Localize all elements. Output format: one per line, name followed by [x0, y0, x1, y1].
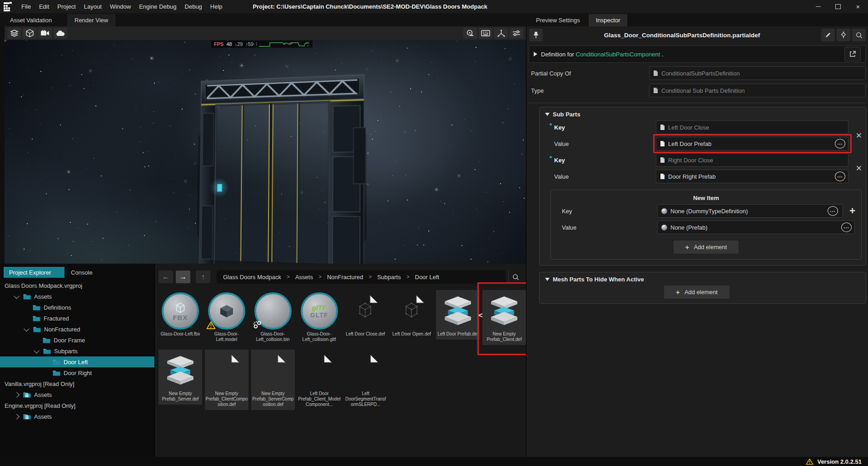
- open-external-button[interactable]: [844, 47, 861, 61]
- add-element-button[interactable]: + Add element: [664, 286, 729, 299]
- tab-inspector[interactable]: Inspector: [589, 14, 627, 26]
- asset-grid: FBXGlass-Door-Left.fbxGlass-Door-Left.mo…: [155, 290, 526, 410]
- tab-asset-validation[interactable]: Asset Validation: [3, 14, 59, 26]
- key2-field[interactable]: Right Door Close: [656, 153, 848, 167]
- locate-button[interactable]: [837, 29, 850, 41]
- forward-button[interactable]: →: [176, 271, 190, 283]
- asset-tile-glass-door-left-fbx[interactable]: FBXGlass-Door-Left.fbx: [159, 290, 202, 340]
- chevron-right-icon[interactable]: [14, 392, 20, 398]
- chevron-down-icon[interactable]: [14, 293, 20, 299]
- chevron-right-icon[interactable]: [14, 414, 20, 420]
- breadcrumb-item-door-left[interactable]: Door Left: [415, 274, 439, 281]
- asset-tile-label: Left DoorSegmentTransformSLERPD...: [344, 391, 387, 407]
- pin-button[interactable]: [529, 29, 543, 41]
- breadcrumb-item-assets[interactable]: Assets: [295, 274, 313, 281]
- add-element-button[interactable]: + Add element: [674, 241, 739, 254]
- tab-preview-settings[interactable]: Preview Settings: [529, 14, 587, 26]
- maximize-button[interactable]: [828, 0, 848, 13]
- search-button[interactable]: [508, 270, 522, 284]
- asset-tile-glass-door-left-collision-gltf[interactable]: glTFGLTFGlass-Door-Left_collision.gltf: [298, 290, 341, 345]
- tree-item-fractured[interactable]: Fractured: [0, 313, 154, 324]
- cloud-button[interactable]: [54, 28, 67, 39]
- chevron-down-icon[interactable]: [34, 347, 40, 353]
- partial-copy-of-field[interactable]: ConditionalSubPartsDefinition: [649, 66, 866, 80]
- asset-tile-new-empty-prefab-servercomposition-def[interactable]: New Empty Prefab_ServerComposition.def: [251, 350, 295, 410]
- asset-tile-new-empty-prefab-client-def[interactable]: New Empty Prefab_Client.def: [482, 290, 526, 345]
- tree-item-engine-vrgproj-read-only[interactable]: Engine.vrgproj [Read Only]: [0, 400, 154, 411]
- tape-measure-button[interactable]: [463, 28, 477, 39]
- remove-entry-button[interactable]: ✕: [856, 131, 862, 140]
- new-item-key-field[interactable]: None (DummyTypeDefinition) ··· +: [657, 204, 843, 218]
- browse-ellipsis-button[interactable]: ···: [828, 206, 838, 216]
- menu-item-file[interactable]: File: [17, 3, 35, 10]
- type-field[interactable]: Conditional Sub Parts Definition: [649, 84, 866, 97]
- browse-ellipsis-button[interactable]: ···: [835, 172, 845, 181]
- tab-render-view[interactable]: Render View: [67, 14, 115, 26]
- tree-item-door-right[interactable]: Door Right: [0, 367, 154, 378]
- tree-item-assets[interactable]: Assets: [0, 389, 154, 400]
- chevron-down-icon[interactable]: [24, 326, 30, 331]
- axis-gizmo-icon: [497, 30, 505, 37]
- document-icon: [660, 140, 665, 147]
- minimize-button[interactable]: [808, 0, 828, 13]
- asset-tile-left-door-prefab-def[interactable]: Left Door Prefab.def<: [436, 290, 480, 340]
- tab-console[interactable]: Console: [64, 269, 99, 276]
- breadcrumb-item-nonfractured[interactable]: NonFractured: [327, 274, 363, 281]
- asset-tile-left-door-close-def[interactable]: Left Door Close.def: [344, 290, 387, 340]
- tab-project-explorer[interactable]: Project Explorer: [4, 267, 64, 278]
- search-icon: [856, 32, 863, 39]
- asset-tile-new-empty-prefab-clientcomposition-def[interactable]: New Empty Prefab_ClientComposition.def: [205, 350, 248, 410]
- menu-item-debug[interactable]: Debug: [181, 3, 206, 10]
- cube-button[interactable]: [23, 28, 36, 39]
- render-viewport[interactable]: FPS 48 ↓29 ↑59 61 7: [5, 40, 526, 264]
- close-button[interactable]: ×: [848, 0, 868, 13]
- tree-item-nonfractured[interactable]: NonFractured: [0, 324, 154, 335]
- tree-item-subparts[interactable]: Subparts: [0, 346, 154, 356]
- value2-field[interactable]: Door RIght Prefab ···: [656, 170, 848, 183]
- browse-ellipsis-button[interactable]: ···: [841, 223, 852, 232]
- breadcrumb-item-subparts[interactable]: Subparts: [377, 274, 401, 281]
- tree-item-glass-doors-modpack-vrgproj[interactable]: Glass Doors Modpack.vrgproj: [0, 280, 154, 291]
- fps-max: ↑59: [245, 41, 253, 47]
- menu-item-project[interactable]: Project: [53, 3, 79, 10]
- tree-item-label: Assets: [34, 413, 52, 420]
- tree-item-door-frame[interactable]: Door Frame: [0, 335, 154, 346]
- mesh-parts-header[interactable]: Mesh Parts To Hide When Active: [545, 276, 848, 283]
- new-item-value-field[interactable]: None (Prefab) ···: [657, 220, 855, 234]
- expand-arrow-icon[interactable]: [534, 52, 537, 56]
- asset-tile-glass-door-left-collision-bin[interactable]: Glass-Door-Left_collision.bin: [251, 290, 295, 345]
- tree-item-definitions[interactable]: Definitions: [0, 302, 154, 313]
- asset-tile-left-doorsegmenttransformslerpd[interactable]: Left DoorSegmentTransformSLERPD...: [344, 350, 387, 410]
- inspector-search-button[interactable]: [852, 29, 866, 41]
- asset-tile-glass-door-left-model[interactable]: Glass-Door-Left.model: [205, 290, 248, 345]
- asset-tile-new-empty-prefab-server-def[interactable]: New Empty Prefab_Server.def: [159, 350, 202, 405]
- keyboard-button[interactable]: [479, 28, 492, 39]
- key1-field[interactable]: Left Door Close: [656, 120, 848, 134]
- remove-entry-button[interactable]: ✕: [856, 164, 862, 173]
- asset-tile-left-door-open-def[interactable]: Left Door Open.def: [390, 290, 433, 340]
- axis-gizmo-button[interactable]: [494, 28, 508, 39]
- layers-button[interactable]: [7, 28, 21, 39]
- browse-ellipsis-button[interactable]: ···: [835, 139, 845, 149]
- edit-button[interactable]: [821, 29, 835, 41]
- menu-item-edit[interactable]: Edit: [35, 3, 53, 10]
- component-link[interactable]: ConditionalSubPartsComponent: [576, 51, 660, 58]
- sliders-button[interactable]: [510, 28, 523, 39]
- camera-button[interactable]: [38, 28, 52, 39]
- menu-item-layout[interactable]: Layout: [80, 3, 106, 10]
- back-button[interactable]: ←: [159, 271, 173, 283]
- tree-item-door-left[interactable]: Door Left: [0, 356, 154, 367]
- value1-field[interactable]: Left Door Prefab ···: [656, 137, 848, 150]
- menu-item-engine-debug[interactable]: Engine Debug: [135, 3, 180, 10]
- breadcrumb-item-glass-doors-modpack[interactable]: Glass Doors Modpack: [223, 274, 281, 281]
- definition-bar[interactable]: Definition for ConditionalSubPartsCompon…: [529, 45, 866, 63]
- asset-tile-left-door-prefab-client-modelcomponent[interactable]: Left Door Prefab_Client_ModelComponent..…: [298, 350, 341, 410]
- tree-item-assets[interactable]: Assets: [0, 291, 154, 302]
- sub-parts-header[interactable]: Sub Parts: [545, 111, 848, 118]
- tree-item-assets[interactable]: Assets: [0, 411, 154, 422]
- up-button[interactable]: ↑: [196, 271, 210, 283]
- add-key-button[interactable]: +: [849, 205, 855, 217]
- menu-item-help[interactable]: Help: [206, 3, 227, 10]
- menu-item-window[interactable]: Window: [106, 3, 135, 10]
- tree-item-vanilla-vrgproj-read-only[interactable]: Vanilla.vrgproj [Read Only]: [0, 378, 154, 389]
